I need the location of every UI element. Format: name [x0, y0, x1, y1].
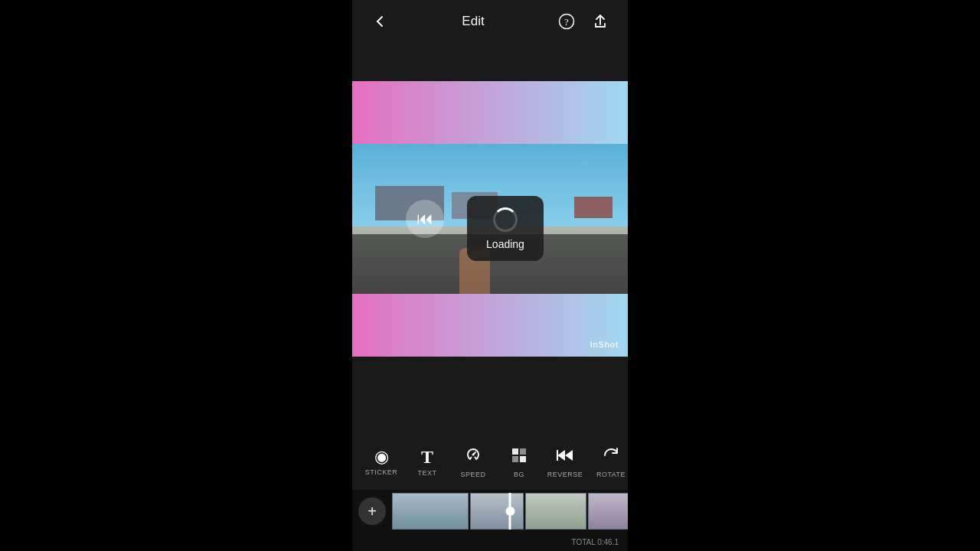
- toolbar: ◉ STICKER T TEXT SPEED: [352, 435, 628, 490]
- skip-back-icon: ⏮: [416, 209, 433, 229]
- reverse-icon: [556, 446, 574, 468]
- skip-back-button[interactable]: ⏮: [406, 200, 444, 238]
- video-preview: InShot ⏮ Loading: [352, 81, 628, 357]
- timeline-clip-3[interactable]: [525, 493, 586, 530]
- loading-text: Loading: [486, 238, 524, 250]
- left-black-panel: [0, 0, 352, 551]
- add-clip-button[interactable]: +: [358, 497, 386, 525]
- loading-spinner: [493, 207, 518, 232]
- rotate-icon: [602, 446, 620, 468]
- app-container: Edit ?: [352, 0, 628, 551]
- playhead-dot: [505, 507, 514, 516]
- add-icon: +: [368, 504, 377, 519]
- share-button[interactable]: [588, 9, 612, 34]
- back-button[interactable]: [368, 9, 392, 34]
- help-button[interactable]: ?: [554, 9, 579, 34]
- svg-marker-8: [557, 450, 565, 461]
- timeline-clip-4[interactable]: [588, 493, 628, 530]
- text-icon: T: [421, 448, 433, 466]
- tool-reverse[interactable]: REVERSE: [544, 438, 586, 487]
- timeline-clip-1[interactable]: [392, 493, 469, 530]
- header: Edit ?: [352, 0, 628, 43]
- svg-point-3: [472, 454, 475, 456]
- gradient-top-bar: [352, 81, 628, 144]
- sticker-label: STICKER: [365, 468, 398, 476]
- svg-rect-10: [557, 450, 558, 461]
- speed-icon: [464, 446, 482, 468]
- building-3: [574, 197, 612, 218]
- right-black-panel: [628, 0, 980, 551]
- timeline-total: TOTAL 0:46.1: [571, 538, 619, 546]
- text-label: TEXT: [417, 469, 436, 477]
- tool-bg[interactable]: BG: [498, 438, 541, 487]
- timeline-bottom: TOTAL 0:46.1: [352, 533, 628, 551]
- header-title: Edit: [462, 14, 484, 29]
- header-actions: ?: [554, 9, 612, 34]
- svg-rect-6: [512, 456, 518, 462]
- middle-spacer: [352, 357, 628, 435]
- svg-rect-4: [512, 448, 518, 455]
- svg-rect-7: [520, 456, 526, 462]
- loading-overlay: Loading: [467, 196, 544, 261]
- svg-marker-9: [565, 450, 573, 461]
- tool-text[interactable]: T TEXT: [406, 438, 449, 487]
- svg-rect-5: [520, 448, 526, 455]
- top-spacer: [352, 43, 628, 81]
- timeline-clip-2[interactable]: [470, 493, 524, 530]
- tool-speed[interactable]: SPEED: [452, 438, 495, 487]
- tool-rotate[interactable]: ROTATE: [590, 438, 628, 487]
- sticker-icon: ◉: [374, 448, 389, 465]
- gradient-bottom-bar: [352, 294, 628, 357]
- bg-label: BG: [514, 471, 524, 478]
- timeline-track[interactable]: [392, 493, 628, 530]
- timeline-area: +: [352, 490, 628, 533]
- watermark: InShot: [590, 340, 619, 349]
- tool-sticker[interactable]: ◉ STICKER: [360, 438, 403, 487]
- svg-text:?: ?: [564, 16, 569, 28]
- reverse-label: REVERSE: [547, 471, 583, 478]
- rotate-label: ROTATE: [596, 471, 626, 478]
- bg-icon: [510, 446, 528, 468]
- playhead: [509, 493, 511, 530]
- speed-label: SPEED: [460, 471, 485, 478]
